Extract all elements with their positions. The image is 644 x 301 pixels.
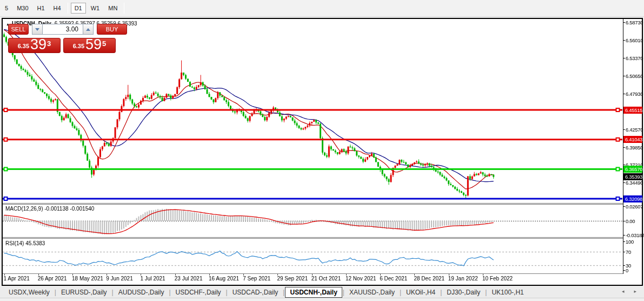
chart-canvas[interactable] (3, 19, 622, 284)
sell-price-prefix: 6.35 (18, 43, 29, 49)
date-axis-label: 28 Dec 2021 (414, 276, 444, 282)
tab-separator: | (226, 289, 228, 296)
date-axis-label: 6 Dec 2021 (380, 276, 407, 282)
buy-price-digits: 59 (85, 38, 102, 51)
date-axis-label: 1 Apr 2021 (4, 276, 30, 282)
date-axis-label: 10 Feb 2022 (482, 276, 513, 282)
buy-price-pip: 5 (102, 40, 106, 48)
price-axis-label: 6.39850 (626, 145, 643, 150)
tab-audusd-daily[interactable]: AUDUSD-,Daily (114, 287, 169, 297)
sell-button[interactable]: SELL (8, 24, 29, 35)
buy-price-prefix: 6.35 (73, 43, 84, 49)
volume-decrease-button[interactable] (32, 24, 43, 35)
date-axis-label: 7 Sep 2021 (243, 276, 270, 282)
date-axis-label: 23 Jul 2021 (175, 276, 203, 282)
current-price-badge: 6.35393 (623, 173, 642, 180)
price-axis[interactable]: 6.587306.560106.533706.506506.479306.425… (623, 19, 642, 274)
sell-price-pip: 3 (47, 40, 51, 48)
chevron-up-icon (86, 28, 90, 31)
macd-indicator-label: MACD(12,26,9) -0.001138 -0.001540 (5, 206, 94, 212)
tab-separator: | (55, 289, 56, 296)
tab-scroll-right-icon[interactable]: ▸ (634, 289, 636, 294)
timeframe-button-MN[interactable]: MN (104, 3, 121, 14)
tab-ukoil-h4[interactable]: UKOil-,H4 (402, 287, 440, 297)
price-axis-label: 6.47930 (626, 91, 643, 97)
timeframe-button-M30[interactable]: M30 (13, 3, 32, 14)
price-axis-label: 6.56010 (626, 37, 643, 43)
tab-separator: | (283, 289, 284, 296)
rsi-axis-label: 70 (626, 249, 631, 255)
level-price-badge: 6.36570 (623, 166, 642, 173)
tab-uk100-h1[interactable]: UK100-,H1 (487, 287, 528, 297)
buy-button[interactable]: BUY (97, 24, 127, 35)
tab-usdchf-daily[interactable]: USDCHF-,Daily (171, 287, 225, 297)
date-axis-label: 1 Jul 2021 (140, 276, 165, 282)
chart-window: ▲USDCNH-,Daily6.35592 6.35797 6.35259 6.… (2, 18, 643, 286)
timeframe-button-D1[interactable]: D1 (71, 3, 86, 14)
timeframe-toolbar: 5M30H1H4D1W1MN (0, 0, 644, 17)
chart-panel: ▲USDCNH-,Daily6.35592 6.35797 6.35259 6.… (3, 19, 642, 285)
macd-axis-label: 0.00 (626, 218, 635, 224)
one-click-trading-panel: SELL BUY 6.35 39 3 6.35 59 5 (8, 24, 127, 53)
tab-usdx-weekly[interactable]: USDX,Weekly (4, 287, 54, 297)
axis-separator-line (3, 273, 642, 274)
tab-scroll-left-icon[interactable]: ◂ (622, 289, 625, 294)
volume-input[interactable] (43, 24, 83, 35)
price-axis-label: 6.50650 (626, 73, 643, 79)
sell-price-box[interactable]: 6.35 39 3 (8, 38, 61, 53)
timeframe-button-5[interactable]: 5 (1, 3, 12, 14)
price-axis-label: 6.53370 (626, 55, 643, 61)
date-axis-label: 19 Jan 2022 (448, 276, 478, 282)
date-axis-label: 9 Jun 2021 (106, 276, 133, 282)
chart-tab-bar: USDX,Weekly|EURUSD-,Daily|AUDUSD-,Daily|… (0, 286, 644, 298)
tab-dj30-daily[interactable]: DJ30-,Daily (442, 287, 484, 297)
timeframe-button-W1[interactable]: W1 (87, 3, 104, 14)
tab-xauusd-daily[interactable]: XAUUSD-,Daily (345, 287, 399, 297)
date-axis-label: 12 Nov 2021 (346, 276, 376, 282)
date-axis-label: 16 Aug 2021 (209, 276, 239, 282)
volume-increase-button[interactable] (83, 24, 94, 35)
tab-usdcnh-daily[interactable]: USDCNH-,Daily (285, 287, 342, 298)
rsi-axis-label: 100 (626, 239, 634, 245)
tab-separator: | (400, 289, 401, 296)
level-price-badge: 6.32098 (623, 195, 642, 202)
toolbar-separator (124, 3, 124, 14)
tab-separator: | (485, 289, 487, 296)
tab-scroll-arrows: ◂ ▸ (622, 289, 636, 294)
timeframe-button-H1[interactable]: H1 (34, 3, 49, 14)
tab-usdcad-daily[interactable]: USDCAD-,Daily (228, 287, 283, 297)
pane-splitter-rsi[interactable] (3, 237, 642, 239)
level-price-badge: 6.45515 (623, 107, 642, 114)
level-price-badge: 6.41043 (623, 136, 642, 143)
date-axis-label: 21 Oct 2021 (311, 276, 341, 282)
tab-separator: | (112, 289, 114, 296)
tab-eurusd-daily[interactable]: EURUSD-,Daily (57, 287, 111, 297)
macd-axis-label: 0.02607 (626, 204, 643, 210)
tab-separator: | (343, 289, 344, 296)
buy-price-box[interactable]: 6.35 59 5 (63, 38, 116, 53)
date-axis-label: 18 May 2021 (72, 276, 103, 282)
macd-axis-label: -0.03187 (626, 232, 644, 238)
tab-separator: | (169, 289, 170, 296)
price-axis-label: 6.42570 (626, 127, 643, 133)
tab-separator: | (440, 289, 442, 296)
pane-splitter-macd[interactable] (3, 203, 642, 205)
sell-price-digits: 39 (30, 38, 47, 51)
toolbar-separator (68, 3, 68, 14)
price-axis-label: 6.58730 (626, 19, 643, 25)
rsi-axis-label: 0 (626, 267, 628, 273)
date-axis-label: 26 Apr 2021 (38, 276, 67, 282)
rsi-indicator-label: RSI(14) 45.5383 (5, 240, 45, 246)
date-axis-label: 29 Sep 2021 (277, 276, 308, 282)
price-axis-label: 6.34490 (626, 180, 643, 186)
chevron-down-icon (35, 28, 39, 31)
timeframe-button-H4[interactable]: H4 (50, 3, 65, 14)
